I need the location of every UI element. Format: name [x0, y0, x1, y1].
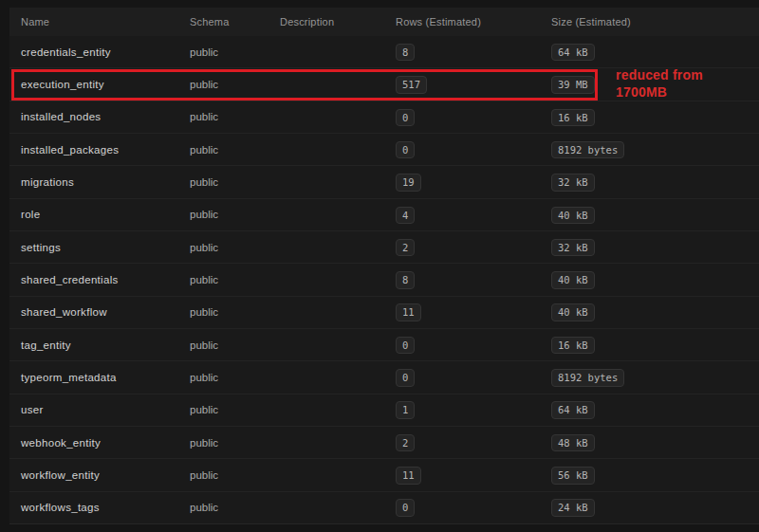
rows-estimated-badge: 1	[396, 401, 415, 419]
annotation-line-1: reduced from	[616, 67, 703, 84]
size-estimated-badge: 24 kB	[551, 499, 595, 517]
rows-estimated-cell: 19	[396, 173, 551, 192]
annotation-line-2: 1700MB	[616, 84, 703, 101]
size-estimated-cell: 40 kB	[551, 206, 759, 225]
rows-estimated-cell: 1	[396, 400, 551, 419]
table-name-cell: migrations	[21, 176, 190, 188]
size-estimated-badge: 40 kB	[551, 303, 595, 321]
column-header-size: Size (Estimated)	[551, 16, 759, 28]
rows-estimated-badge: 19	[396, 174, 421, 192]
rows-estimated-badge: 0	[396, 109, 415, 127]
table-name-cell: user	[21, 404, 190, 415]
size-estimated-cell: 40 kB	[551, 303, 759, 321]
rows-estimated-cell: 8	[396, 43, 551, 62]
rows-estimated-cell: 0	[396, 498, 551, 517]
rows-estimated-badge: 4	[396, 207, 415, 225]
table-name-cell: shared_workflow	[21, 306, 190, 318]
rows-estimated-badge: 517	[396, 76, 427, 94]
size-estimated-cell: 32 kB	[551, 173, 759, 192]
size-estimated-cell: 16 kB	[551, 336, 759, 355]
table-row[interactable]: installed_nodes public 0 16 kB	[9, 101, 759, 134]
size-estimated-cell: 8192 bytes	[551, 368, 759, 387]
rows-estimated-badge: 0	[396, 499, 415, 517]
table-name-cell: execution_entity	[21, 79, 190, 90]
table-name-cell: shared_credentials	[21, 274, 190, 285]
table-header-row: Name Schema Description Rows (Estimated)…	[9, 8, 759, 36]
size-estimated-cell: 24 kB	[551, 498, 759, 517]
rows-estimated-cell: 11	[396, 466, 551, 485]
table-row[interactable]: role public 4 40 kB	[9, 199, 759, 231]
rows-estimated-badge: 0	[396, 141, 415, 159]
table-row[interactable]: shared_credentials public 8 40 kB	[9, 264, 759, 296]
rows-estimated-badge: 2	[396, 239, 415, 257]
size-estimated-cell: 8192 bytes	[551, 140, 759, 159]
table-name-cell: tag_entity	[21, 339, 190, 351]
column-header-rows: Rows (Estimated)	[396, 16, 551, 28]
size-estimated-cell: 64 kB	[551, 400, 759, 419]
schema-cell: public	[190, 339, 280, 351]
schema-cell: public	[190, 372, 280, 383]
rows-estimated-cell: 11	[396, 303, 551, 321]
schema-cell: public	[190, 46, 280, 58]
rows-estimated-cell: 4	[396, 206, 551, 225]
table-name-cell: role	[21, 209, 190, 220]
table-row[interactable]: workflow_entity public 11 56 kB	[9, 459, 759, 491]
table-row[interactable]: webhook_entity public 2 48 kB	[9, 427, 759, 459]
rows-estimated-cell: 2	[396, 238, 551, 257]
schema-cell: public	[190, 209, 280, 220]
size-estimated-cell: 40 kB	[551, 270, 759, 289]
size-estimated-cell: 64 kB	[551, 43, 759, 62]
schema-cell: public	[190, 502, 280, 513]
rows-estimated-cell: 0	[396, 368, 551, 387]
size-estimated-badge: 40 kB	[551, 271, 595, 289]
schema-cell: public	[190, 176, 280, 188]
table-row[interactable]: shared_workflow public 11 40 kB	[9, 297, 759, 329]
table-name-cell: workflows_tags	[21, 502, 190, 513]
table-row[interactable]: migrations public 19 32 kB	[9, 166, 759, 198]
table-name-cell: webhook_entity	[21, 437, 190, 449]
table-row[interactable]: user public 1 64 kB	[9, 394, 759, 427]
size-estimated-badge: 56 kB	[551, 467, 595, 485]
size-estimated-badge: 48 kB	[551, 434, 595, 452]
size-estimated-badge: 32 kB	[551, 239, 595, 257]
schema-cell: public	[190, 306, 280, 318]
table-row[interactable]: settings public 2 32 kB	[9, 231, 759, 264]
size-estimated-badge: 64 kB	[551, 401, 595, 419]
schema-cell: public	[190, 79, 280, 90]
table-row[interactable]: tag_entity public 0 16 kB	[9, 329, 759, 361]
table-row[interactable]: workflows_tags public 0 24 kB	[9, 492, 759, 524]
rows-estimated-badge: 8	[396, 271, 415, 289]
table-body: credentials_entity public 8 64 kB execut…	[9, 36, 759, 524]
rows-estimated-cell: 517	[396, 75, 551, 94]
schema-cell: public	[190, 437, 280, 449]
rows-estimated-badge: 8	[396, 44, 415, 62]
rows-estimated-cell: 0	[396, 140, 551, 159]
table-name-cell: installed_packages	[21, 144, 190, 156]
size-estimated-cell: 16 kB	[551, 108, 759, 127]
rows-estimated-cell: 8	[396, 270, 551, 289]
size-estimated-badge: 64 kB	[551, 44, 595, 62]
rows-estimated-badge: 0	[396, 369, 415, 387]
table-row[interactable]: installed_packages public 0 8192 bytes	[9, 134, 759, 166]
size-estimated-badge: 8192 bytes	[551, 369, 624, 387]
rows-estimated-cell: 2	[396, 433, 551, 452]
column-header-description: Description	[280, 16, 396, 28]
rows-estimated-badge: 11	[396, 467, 421, 485]
schema-cell: public	[190, 144, 280, 156]
size-estimated-badge: 8192 bytes	[551, 141, 624, 159]
table-name-cell: installed_nodes	[21, 111, 190, 122]
size-estimated-cell: 48 kB	[551, 433, 759, 452]
table-name-cell: credentials_entity	[21, 46, 190, 58]
table-row[interactable]: typeorm_metadata public 0 8192 bytes	[9, 361, 759, 394]
size-estimated-badge: 39 MB	[551, 76, 595, 94]
size-estimated-cell: 56 kB	[551, 466, 759, 485]
table-name-cell: settings	[21, 242, 190, 253]
rows-estimated-cell: 0	[396, 108, 551, 127]
schema-cell: public	[190, 274, 280, 285]
table-row[interactable]: credentials_entity public 8 64 kB	[9, 36, 759, 68]
schema-cell: public	[190, 111, 280, 122]
column-header-name: Name	[21, 16, 190, 28]
size-estimated-cell: 32 kB	[551, 238, 759, 257]
schema-cell: public	[190, 242, 280, 253]
table-name-cell: workflow_entity	[21, 469, 190, 481]
